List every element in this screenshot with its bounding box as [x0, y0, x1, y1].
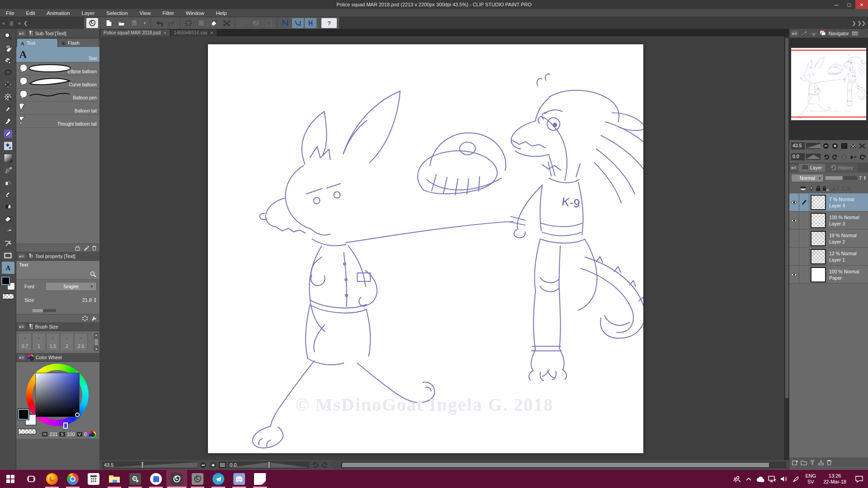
- layer-thumbnail[interactable]: [811, 195, 826, 210]
- eyedropper-tool[interactable]: [2, 103, 14, 115]
- document-tab-inactive[interactable]: 1455948516.sas ✕: [171, 29, 217, 36]
- auto-select-tool[interactable]: [2, 91, 14, 103]
- vertical-scrollbar[interactable]: [784, 36, 789, 460]
- subview-tab-icon[interactable]: [851, 31, 859, 36]
- nav-zoom-out-icon[interactable]: [822, 142, 830, 150]
- layer-name[interactable]: Layer 4: [829, 203, 854, 208]
- navigator-preview[interactable]: [789, 38, 868, 140]
- minimize-button[interactable]: —: [830, 0, 843, 9]
- gradient-tool[interactable]: [2, 225, 14, 237]
- lasso-select-tool[interactable]: [2, 66, 14, 79]
- calculator-icon[interactable]: [83, 470, 104, 488]
- menu-window[interactable]: Window: [180, 9, 210, 17]
- ruler-2-button[interactable]: [250, 18, 262, 28]
- nav-reset-all-icon[interactable]: [859, 153, 866, 161]
- visibility-eye-icon[interactable]: [789, 193, 799, 211]
- pen-settings-icon[interactable]: [790, 470, 802, 488]
- menu-animation[interactable]: Animation: [41, 9, 75, 17]
- panel-menu-icon[interactable]: ▸≡: [18, 31, 25, 36]
- nav-reset-rotation-icon[interactable]: [840, 153, 848, 161]
- onedrive-icon[interactable]: [755, 470, 766, 488]
- zoom-out-icon[interactable]: [199, 461, 207, 469]
- spray-tool[interactable]: [2, 176, 14, 188]
- snap-ruler-button[interactable]: [279, 18, 291, 28]
- layer-name[interactable]: Layer 3: [829, 221, 859, 226]
- opacity-slider[interactable]: [826, 176, 857, 180]
- navigator-rotation-slider[interactable]: [806, 154, 821, 160]
- menu-selection[interactable]: Selection: [100, 9, 133, 17]
- size-slider[interactable]: [33, 309, 56, 312]
- fill-button[interactable]: [208, 18, 220, 28]
- flip-horizontal-icon[interactable]: [849, 142, 857, 150]
- task-view-button[interactable]: [21, 470, 42, 488]
- reset-settings-icon[interactable]: [82, 315, 88, 321]
- layer-thumbnail[interactable]: [811, 267, 826, 282]
- mask-area-icon[interactable]: [799, 185, 807, 192]
- merge-down-icon[interactable]: [818, 460, 824, 465]
- menu-edit[interactable]: Edit: [20, 9, 41, 17]
- layer-row-paper[interactable]: 100 % Normal Paper: [789, 266, 868, 284]
- menu-file[interactable]: File: [0, 9, 20, 17]
- move-layer-tool[interactable]: [2, 79, 14, 91]
- saturation-value-box[interactable]: [35, 373, 80, 417]
- telegram-icon[interactable]: [208, 470, 229, 488]
- eraser-tool[interactable]: [2, 188, 14, 201]
- people-icon[interactable]: [731, 470, 743, 488]
- discord-icon[interactable]: [229, 470, 250, 488]
- rotate-ccw-icon[interactable]: [311, 461, 319, 469]
- navigator-zoom-slider[interactable]: [806, 143, 821, 149]
- frame-tool[interactable]: [2, 249, 14, 262]
- undo-button[interactable]: [153, 18, 165, 28]
- transparent-color-swatch[interactable]: [2, 294, 14, 299]
- blue-app-icon[interactable]: [146, 470, 166, 488]
- layer-thumbnail[interactable]: [811, 249, 826, 264]
- invert-selection-button[interactable]: [195, 18, 207, 28]
- transparent-color-swatch[interactable]: [18, 429, 36, 434]
- brush-size-option[interactable]: 1: [32, 333, 46, 351]
- chrome-icon[interactable]: [62, 470, 83, 488]
- subtool-tab-text[interactable]: A Text: [17, 39, 57, 47]
- rotation-slider[interactable]: 0.0: [228, 461, 309, 469]
- panel-menu-icon[interactable]: ▸≡: [18, 324, 25, 329]
- clip-studio-paint-taskbar-icon[interactable]: [166, 470, 187, 488]
- open-file-button[interactable]: [116, 18, 127, 28]
- save-button[interactable]: [128, 18, 140, 28]
- register-subtool-icon[interactable]: [75, 245, 80, 251]
- switch-color-model-icon[interactable]: [89, 431, 96, 438]
- panel-menu-icon[interactable]: ▸≡: [18, 355, 25, 360]
- action-center-icon[interactable]: [850, 470, 868, 488]
- deselect-button[interactable]: [183, 18, 194, 28]
- layer-name[interactable]: Paper: [829, 275, 859, 281]
- frame-border-button[interactable]: [263, 18, 274, 28]
- sv-cursor[interactable]: [75, 413, 80, 417]
- airbrush-tool[interactable]: [2, 152, 14, 164]
- layer-thumbnail[interactable]: [811, 213, 826, 228]
- csp-logo-button[interactable]: [86, 18, 98, 28]
- file-explorer-icon[interactable]: [104, 470, 125, 488]
- brush-size-option[interactable]: 1.5: [46, 333, 60, 351]
- panel-menu-icon[interactable]: ▸≡: [18, 253, 25, 259]
- document-tab-active[interactable]: Police squad MAR 2018.psd ✕: [100, 29, 170, 36]
- delete-layer-icon[interactable]: [826, 460, 832, 465]
- rotate-cw-icon[interactable]: [321, 461, 329, 469]
- subtool-tab-flash[interactable]: Flash: [58, 39, 99, 47]
- layer-row-layer4[interactable]: 7 % Normal Layer 4: [789, 193, 868, 211]
- foreground-color-swatch[interactable]: [18, 409, 29, 420]
- menu-view[interactable]: View: [134, 9, 157, 17]
- lock-icon[interactable]: [816, 185, 821, 192]
- subtool-item-ellipse-balloon[interactable]: Ellipse balloon: [16, 62, 99, 75]
- close-button[interactable]: ✕: [855, 0, 868, 9]
- brush-size-scrollbar[interactable]: ▲▼: [94, 333, 99, 351]
- size-value[interactable]: 21.8: [45, 297, 94, 303]
- ruler-1-button[interactable]: [237, 18, 249, 28]
- layer-name[interactable]: Layer 1: [829, 257, 857, 263]
- sticky-note-icon[interactable]: [250, 470, 270, 488]
- new-file-button[interactable]: [103, 18, 115, 28]
- quick-access-icon[interactable]: [801, 31, 808, 36]
- operation-tool[interactable]: [2, 54, 14, 66]
- hand-tool[interactable]: [2, 42, 14, 54]
- brush-size-option[interactable]: 2: [60, 333, 74, 351]
- pencil-tool[interactable]: [2, 127, 14, 140]
- redo-button[interactable]: [166, 18, 178, 28]
- hue-knob[interactable]: [63, 422, 68, 429]
